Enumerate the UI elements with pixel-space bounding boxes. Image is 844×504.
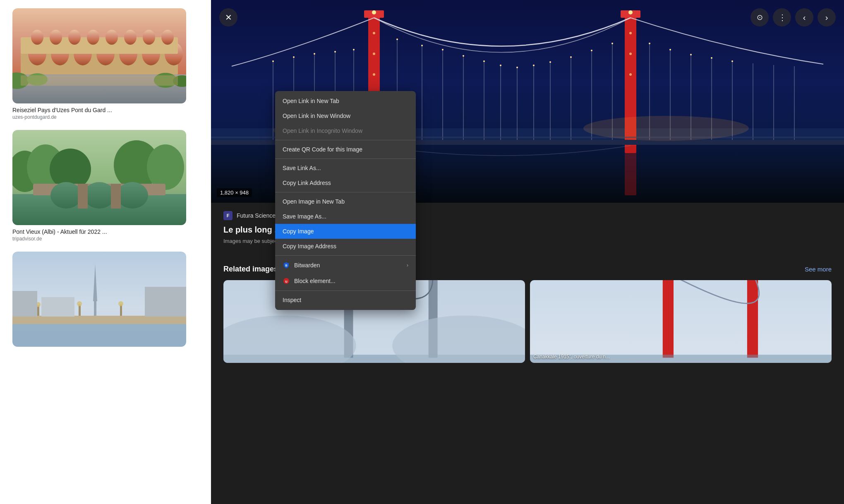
- menu-item-label: Copy Image Address: [283, 243, 336, 250]
- svg-point-18: [161, 30, 174, 45]
- menu-save-image-as[interactable]: Save Image As...: [275, 209, 416, 224]
- svg-rect-118: [625, 146, 636, 195]
- menu-item-label: Open Link in New Window: [283, 113, 350, 119]
- search-result-1[interactable]: Reiseziel Pays d'Uzes Pont du Gard ... u…: [12, 8, 199, 120]
- result-title-1: Reiseziel Pays d'Uzes Pont du Gard ...: [12, 107, 199, 113]
- svg-point-90: [396, 38, 398, 40]
- svg-point-34: [117, 182, 148, 209]
- svg-rect-50: [12, 291, 37, 317]
- menu-item-label: Copy Image: [283, 228, 314, 235]
- svg-point-98: [549, 61, 551, 63]
- result-image-2[interactable]: [12, 130, 186, 225]
- prev-button[interactable]: ‹: [795, 8, 813, 26]
- menu-divider-4: [275, 255, 416, 256]
- menu-block-element[interactable]: u Block element...: [275, 273, 416, 289]
- block-element-icon: u: [283, 277, 290, 285]
- related-image-2[interactable]: Canakkale 1915", ouverture du n...: [530, 280, 832, 363]
- svg-point-14: [87, 30, 99, 45]
- lens-button[interactable]: ⊙: [750, 8, 769, 26]
- bitwarden-left: B Bitwarden: [283, 262, 320, 269]
- svg-point-100: [591, 50, 592, 51]
- menu-item-label: Save Link As...: [283, 165, 321, 171]
- result-title-2: Pont Vieux (Albi) - Aktuell für 2022 ...: [12, 228, 199, 235]
- menu-divider-1: [275, 140, 416, 140]
- svg-point-97: [533, 65, 535, 66]
- svg-point-102: [649, 43, 650, 44]
- svg-point-29: [147, 144, 184, 190]
- svg-point-87: [314, 53, 315, 55]
- search-results-panel: Reiseziel Pays d'Uzes Pont du Gard ... u…: [0, 0, 211, 504]
- lens-icon: ⊙: [757, 13, 763, 22]
- svg-point-106: [731, 60, 733, 62]
- svg-rect-40: [12, 316, 186, 324]
- svg-rect-128: [663, 280, 674, 358]
- menu-item-label: Save Image As...: [283, 213, 326, 220]
- svg-point-13: [68, 30, 81, 45]
- svg-rect-35: [78, 184, 88, 209]
- svg-point-89: [353, 49, 355, 50]
- menu-bitwarden[interactable]: B Bitwarden ›: [275, 257, 416, 273]
- svg-rect-23: [21, 75, 178, 86]
- menu-open-link-new-window[interactable]: Open Link in New Window: [275, 108, 416, 123]
- related-title: Related images: [223, 265, 278, 274]
- svg-point-16: [124, 30, 137, 45]
- svg-point-33: [84, 182, 115, 209]
- related-image-2-caption: Canakkale 1915", ouverture du n...: [533, 354, 828, 360]
- svg-point-17: [143, 30, 155, 45]
- header-right-buttons: ⊙ ⋮ ‹ ›: [750, 8, 836, 26]
- menu-divider-5: [275, 290, 416, 291]
- svg-point-91: [421, 45, 423, 46]
- prev-icon: ‹: [803, 13, 806, 22]
- result-image-3[interactable]: [12, 252, 186, 347]
- svg-rect-49: [12, 324, 186, 347]
- result-image-1[interactable]: [12, 8, 186, 103]
- menu-create-qr[interactable]: Create QR Code for this Image: [275, 142, 416, 157]
- source-name: Futura Sciences: [237, 212, 278, 219]
- svg-point-92: [442, 49, 444, 50]
- close-button[interactable]: ✕: [219, 8, 237, 26]
- menu-item-label: Create QR Code for this Image: [283, 146, 362, 153]
- menu-divider-2: [275, 158, 416, 159]
- menu-inspect[interactable]: Inspect: [275, 293, 416, 307]
- block-element-left: u Block element...: [283, 277, 336, 285]
- more-icon: ⋮: [778, 12, 786, 22]
- result-source-2: tripadvisor.de: [12, 236, 199, 242]
- menu-copy-link-address[interactable]: Copy Link Address: [275, 175, 416, 190]
- menu-copy-image[interactable]: Copy Image: [275, 224, 416, 239]
- source-favicon: F: [223, 211, 233, 220]
- bitwarden-label: Bitwarden: [294, 262, 320, 269]
- menu-open-link-incognito[interactable]: Open Link in Incognito Window: [275, 123, 416, 138]
- menu-open-image-new-tab[interactable]: Open Image in New Tab: [275, 194, 416, 209]
- context-menu: Open Link in New Tab Open Link in New Wi…: [275, 91, 416, 310]
- svg-point-15: [106, 30, 118, 45]
- svg-point-105: [711, 57, 712, 59]
- menu-save-link-as[interactable]: Save Link As...: [275, 161, 416, 175]
- svg-rect-45: [120, 305, 122, 316]
- menu-open-link-new-tab[interactable]: Open Link in New Tab: [275, 94, 416, 108]
- search-result-2[interactable]: Pont Vieux (Albi) - Aktuell für 2022 ...…: [12, 130, 199, 242]
- svg-point-110: [373, 53, 375, 55]
- svg-point-94: [483, 60, 485, 62]
- next-button[interactable]: ›: [818, 8, 836, 26]
- menu-item-label: Inspect: [283, 297, 301, 303]
- next-icon: ›: [825, 13, 828, 22]
- svg-point-93: [463, 55, 464, 57]
- svg-point-113: [629, 53, 632, 55]
- svg-text:u: u: [285, 279, 288, 283]
- svg-point-88: [334, 51, 336, 53]
- svg-point-11: [31, 30, 43, 45]
- svg-point-109: [373, 32, 375, 34]
- svg-point-86: [293, 56, 295, 58]
- svg-point-85: [272, 60, 274, 62]
- svg-point-46: [118, 301, 123, 306]
- svg-point-99: [570, 56, 572, 58]
- close-icon: ✕: [225, 12, 232, 22]
- menu-copy-image-address[interactable]: Copy Image Address: [275, 239, 416, 254]
- svg-point-96: [516, 67, 518, 68]
- menu-divider-3: [275, 192, 416, 192]
- see-more-button[interactable]: See more: [805, 266, 832, 273]
- search-result-3[interactable]: [12, 252, 199, 347]
- more-button[interactable]: ⋮: [773, 8, 791, 26]
- svg-point-32: [50, 182, 82, 209]
- svg-rect-43: [79, 305, 81, 316]
